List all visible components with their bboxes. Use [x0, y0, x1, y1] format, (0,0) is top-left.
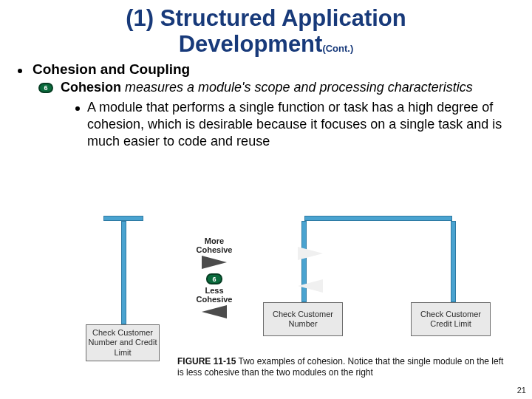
- arrow-right-icon: [202, 256, 227, 269]
- slide: (1) Structured Application Development(C…: [0, 0, 532, 399]
- cohesion-arrows: More Cohesive 6 Less Cohesive: [170, 236, 259, 318]
- label-more-cohesive: More Cohesive: [170, 236, 259, 254]
- sub1-term: Cohesion: [61, 80, 121, 95]
- faint-arrows-decorative: [266, 236, 355, 293]
- spacer: [266, 265, 355, 278]
- bullet-level2: 6 Cohesion measures a module's scope and…: [38, 79, 514, 96]
- sub2-text: A module that performs a single function…: [87, 99, 514, 150]
- module-box-left: Check Customer Number and Credit Limit: [86, 324, 160, 361]
- bullet1-text: Cohesion and Coupling: [33, 61, 190, 78]
- bullet-level3: A module that performs a single function…: [75, 99, 514, 150]
- sub1-text: Cohesion measures a module's scope and p…: [61, 79, 473, 96]
- arrow-left-icon: [298, 279, 323, 293]
- title-line2: Development: [179, 31, 323, 57]
- arrow-right-icon: [298, 247, 323, 260]
- connector-bar-icon: [103, 216, 143, 221]
- arrow-left-icon: [202, 305, 227, 318]
- faint-label: [266, 236, 355, 245]
- connector-bar-icon: [451, 221, 456, 302]
- sub1-rest: measures a module's scope and processing…: [121, 80, 473, 95]
- module-box-right-2: Check Customer Credit Limit: [411, 302, 491, 336]
- slide-title: (1) Structured Application Development(C…: [18, 6, 514, 57]
- bullet-dot-icon: [75, 106, 80, 111]
- label-less-cohesive: Less Cohesive: [170, 286, 259, 304]
- bullet-dot-icon: [18, 69, 22, 73]
- figure-cohesion: Check Customer Number and Credit Limit C…: [44, 213, 488, 375]
- badge-6-icon: 6: [38, 83, 53, 93]
- bullet-level1: Cohesion and Coupling: [18, 61, 514, 78]
- page-number: 21: [517, 386, 526, 395]
- badge-6-icon: 6: [206, 273, 222, 284]
- module-box-right-1: Check Customer Number: [263, 302, 343, 336]
- figure-number: FIGURE 11-15: [177, 356, 236, 366]
- figure-caption: FIGURE 11-15 Two examples of cohesion. N…: [177, 356, 510, 378]
- title-cont: (Cont.): [322, 43, 353, 54]
- title-line1: (1) Structured Application: [126, 5, 406, 31]
- connector-bar-icon: [121, 221, 126, 324]
- connector-bar-icon: [304, 216, 452, 221]
